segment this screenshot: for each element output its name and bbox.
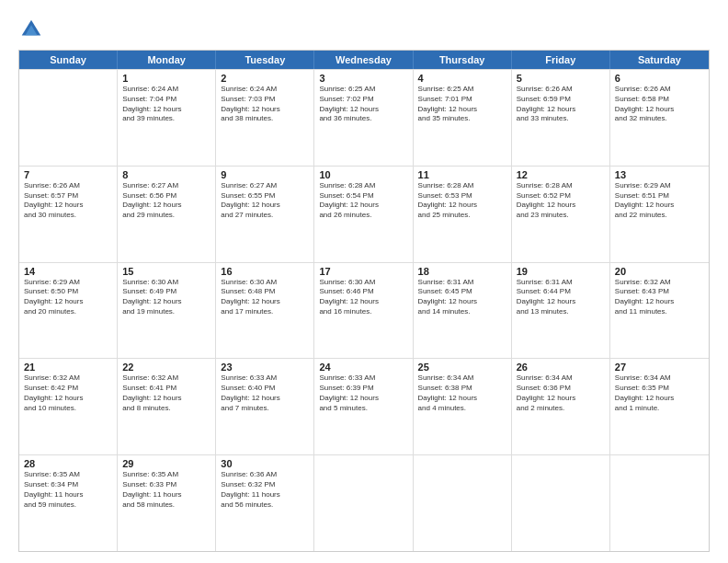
calendar-row: 1Sunrise: 6:24 AM Sunset: 7:04 PM Daylig… — [19, 69, 709, 166]
cell-content: Sunrise: 6:29 AM Sunset: 6:50 PM Dayligh… — [24, 278, 112, 317]
cell-content: Sunrise: 6:30 AM Sunset: 6:46 PM Dayligh… — [319, 278, 407, 317]
calendar-cell — [512, 455, 610, 551]
cell-content: Sunrise: 6:32 AM Sunset: 6:41 PM Dayligh… — [122, 373, 210, 413]
logo-icon — [18, 17, 44, 42]
cell-content: Sunrise: 6:33 AM Sunset: 6:39 PM Dayligh… — [319, 373, 407, 413]
day-number: 1 — [122, 73, 210, 84]
cell-content: Sunrise: 6:34 AM Sunset: 6:35 PM Dayligh… — [615, 373, 704, 413]
calendar-cell: 8Sunrise: 6:27 AM Sunset: 6:56 PM Daylig… — [118, 167, 216, 262]
cell-content: Sunrise: 6:31 AM Sunset: 6:44 PM Dayligh… — [517, 278, 605, 317]
calendar: SundayMondayTuesdayWednesdayThursdayFrid… — [18, 50, 710, 552]
day-number: 13 — [615, 169, 704, 180]
calendar-cell: 25Sunrise: 6:34 AM Sunset: 6:38 PM Dayli… — [414, 359, 512, 454]
calendar-row: 21Sunrise: 6:32 AM Sunset: 6:42 PM Dayli… — [19, 358, 709, 454]
cell-content: Sunrise: 6:36 AM Sunset: 6:32 PM Dayligh… — [221, 470, 309, 510]
calendar-row: 7Sunrise: 6:26 AM Sunset: 6:57 PM Daylig… — [19, 166, 709, 262]
day-number: 19 — [517, 266, 605, 277]
calendar-cell: 27Sunrise: 6:34 AM Sunset: 6:35 PM Dayli… — [610, 359, 709, 454]
calendar-cell: 14Sunrise: 6:29 AM Sunset: 6:50 PM Dayli… — [19, 263, 118, 359]
calendar-cell: 21Sunrise: 6:32 AM Sunset: 6:42 PM Dayli… — [19, 359, 118, 454]
cell-content: Sunrise: 6:30 AM Sunset: 6:49 PM Dayligh… — [122, 278, 210, 317]
calendar-header-day: Thursday — [414, 51, 512, 69]
day-number: 18 — [418, 266, 506, 277]
cell-content: Sunrise: 6:32 AM Sunset: 6:43 PM Dayligh… — [615, 278, 704, 317]
day-number: 29 — [122, 458, 210, 469]
day-number: 12 — [517, 169, 605, 180]
cell-content: Sunrise: 6:27 AM Sunset: 6:56 PM Dayligh… — [122, 181, 210, 221]
cell-content: Sunrise: 6:34 AM Sunset: 6:36 PM Dayligh… — [517, 373, 605, 413]
cell-content: Sunrise: 6:30 AM Sunset: 6:48 PM Dayligh… — [221, 278, 309, 317]
day-number: 11 — [418, 169, 506, 180]
day-number: 10 — [319, 169, 407, 180]
calendar-cell: 19Sunrise: 6:31 AM Sunset: 6:44 PM Dayli… — [512, 263, 610, 359]
calendar-cell — [414, 455, 512, 551]
calendar-cell: 5Sunrise: 6:26 AM Sunset: 6:59 PM Daylig… — [512, 70, 610, 166]
calendar-header-day: Wednesday — [314, 51, 413, 69]
calendar-cell — [19, 70, 118, 166]
day-number: 24 — [319, 362, 407, 373]
cell-content: Sunrise: 6:31 AM Sunset: 6:45 PM Dayligh… — [418, 278, 506, 317]
calendar-cell: 9Sunrise: 6:27 AM Sunset: 6:55 PM Daylig… — [216, 167, 314, 262]
logo — [18, 17, 48, 42]
calendar-header-day: Sunday — [19, 51, 118, 69]
calendar-header: SundayMondayTuesdayWednesdayThursdayFrid… — [19, 51, 709, 69]
day-number: 28 — [24, 458, 112, 469]
calendar-cell: 24Sunrise: 6:33 AM Sunset: 6:39 PM Dayli… — [314, 359, 413, 454]
calendar-header-day: Friday — [512, 51, 610, 69]
calendar-cell — [610, 455, 709, 551]
calendar-cell: 26Sunrise: 6:34 AM Sunset: 6:36 PM Dayli… — [512, 359, 610, 454]
day-number: 6 — [615, 73, 704, 84]
cell-content: Sunrise: 6:35 AM Sunset: 6:33 PM Dayligh… — [122, 470, 210, 510]
day-number: 7 — [24, 169, 112, 180]
day-number: 5 — [517, 73, 605, 84]
calendar-cell: 7Sunrise: 6:26 AM Sunset: 6:57 PM Daylig… — [19, 167, 118, 262]
calendar-cell: 1Sunrise: 6:24 AM Sunset: 7:04 PM Daylig… — [118, 70, 216, 166]
day-number: 20 — [615, 266, 704, 277]
calendar-cell: 30Sunrise: 6:36 AM Sunset: 6:32 PM Dayli… — [216, 455, 314, 551]
page: SundayMondayTuesdayWednesdayThursdayFrid… — [0, 0, 728, 563]
day-number: 3 — [319, 73, 407, 84]
cell-content: Sunrise: 6:24 AM Sunset: 7:03 PM Dayligh… — [221, 85, 309, 124]
calendar-cell: 15Sunrise: 6:30 AM Sunset: 6:49 PM Dayli… — [118, 263, 216, 359]
day-number: 21 — [24, 362, 112, 373]
cell-content: Sunrise: 6:35 AM Sunset: 6:34 PM Dayligh… — [24, 470, 112, 510]
calendar-cell: 18Sunrise: 6:31 AM Sunset: 6:45 PM Dayli… — [414, 263, 512, 359]
calendar-cell: 11Sunrise: 6:28 AM Sunset: 6:53 PM Dayli… — [414, 167, 512, 262]
day-number: 27 — [615, 362, 704, 373]
calendar-cell: 29Sunrise: 6:35 AM Sunset: 6:33 PM Dayli… — [118, 455, 216, 551]
cell-content: Sunrise: 6:28 AM Sunset: 6:54 PM Dayligh… — [319, 181, 407, 221]
day-number: 30 — [221, 458, 309, 469]
calendar-cell: 3Sunrise: 6:25 AM Sunset: 7:02 PM Daylig… — [314, 70, 413, 166]
cell-content: Sunrise: 6:26 AM Sunset: 6:57 PM Dayligh… — [24, 181, 112, 221]
calendar-body: 1Sunrise: 6:24 AM Sunset: 7:04 PM Daylig… — [19, 69, 709, 551]
calendar-cell: 17Sunrise: 6:30 AM Sunset: 6:46 PM Dayli… — [314, 263, 413, 359]
calendar-cell: 22Sunrise: 6:32 AM Sunset: 6:41 PM Dayli… — [118, 359, 216, 454]
cell-content: Sunrise: 6:28 AM Sunset: 6:53 PM Dayligh… — [418, 181, 506, 221]
cell-content: Sunrise: 6:34 AM Sunset: 6:38 PM Dayligh… — [418, 373, 506, 413]
cell-content: Sunrise: 6:29 AM Sunset: 6:51 PM Dayligh… — [615, 181, 704, 221]
day-number: 22 — [122, 362, 210, 373]
day-number: 25 — [418, 362, 506, 373]
calendar-cell: 4Sunrise: 6:25 AM Sunset: 7:01 PM Daylig… — [414, 70, 512, 166]
cell-content: Sunrise: 6:26 AM Sunset: 6:59 PM Dayligh… — [517, 85, 605, 124]
day-number: 15 — [122, 266, 210, 277]
calendar-row: 14Sunrise: 6:29 AM Sunset: 6:50 PM Dayli… — [19, 262, 709, 359]
calendar-header-day: Tuesday — [216, 51, 314, 69]
cell-content: Sunrise: 6:25 AM Sunset: 7:02 PM Dayligh… — [319, 85, 407, 124]
calendar-cell: 2Sunrise: 6:24 AM Sunset: 7:03 PM Daylig… — [216, 70, 314, 166]
cell-content: Sunrise: 6:26 AM Sunset: 6:58 PM Dayligh… — [615, 85, 704, 124]
day-number: 2 — [221, 73, 309, 84]
cell-content: Sunrise: 6:32 AM Sunset: 6:42 PM Dayligh… — [24, 373, 112, 413]
calendar-cell: 10Sunrise: 6:28 AM Sunset: 6:54 PM Dayli… — [314, 167, 413, 262]
cell-content: Sunrise: 6:28 AM Sunset: 6:52 PM Dayligh… — [517, 181, 605, 221]
day-number: 23 — [221, 362, 309, 373]
calendar-header-day: Saturday — [610, 51, 709, 69]
calendar-cell: 13Sunrise: 6:29 AM Sunset: 6:51 PM Dayli… — [610, 167, 709, 262]
day-number: 14 — [24, 266, 112, 277]
calendar-cell: 16Sunrise: 6:30 AM Sunset: 6:48 PM Dayli… — [216, 263, 314, 359]
day-number: 4 — [418, 73, 506, 84]
calendar-cell: 23Sunrise: 6:33 AM Sunset: 6:40 PM Dayli… — [216, 359, 314, 454]
calendar-cell: 6Sunrise: 6:26 AM Sunset: 6:58 PM Daylig… — [610, 70, 709, 166]
day-number: 26 — [517, 362, 605, 373]
cell-content: Sunrise: 6:27 AM Sunset: 6:55 PM Dayligh… — [221, 181, 309, 221]
